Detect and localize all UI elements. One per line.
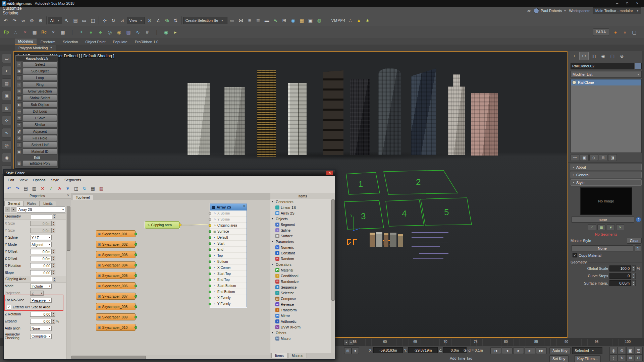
group-expander-icon[interactable]: ▾ (272, 200, 274, 203)
rappatools-button[interactable]: Material ID (23, 148, 57, 155)
tool-ring-icon[interactable]: ◎ (105, 28, 114, 37)
utilities-tab[interactable]: ⊚ (618, 52, 626, 60)
properties-scrollbar[interactable] (66, 206, 71, 359)
property-field[interactable]: 0.0m (30, 228, 52, 233)
items-list-row[interactable]: ▾ ≣ Sequence (270, 284, 331, 290)
group-expander-icon[interactable]: ▾ (272, 331, 274, 334)
rappatools-button[interactable]: Dot Loop (23, 108, 57, 114)
se-redo-icon[interactable]: ↷ (14, 185, 21, 192)
slot-port[interactable] (209, 266, 211, 269)
spinner-icon[interactable] (52, 249, 55, 254)
tool-icon[interactable]: ▣ (17, 69, 22, 74)
tool-icon[interactable]: ◍ (17, 136, 22, 141)
building[interactable] (257, 70, 276, 157)
layer-manager-icon[interactable]: ≣ (254, 16, 263, 25)
slot-port[interactable] (209, 218, 211, 221)
property-field[interactable]: 0.00 (30, 312, 52, 317)
building[interactable] (448, 74, 465, 155)
property-field[interactable]: Y / Z (30, 235, 52, 240)
mini-buildings[interactable] (370, 232, 403, 247)
rappatools-button[interactable]: Grow Selection (23, 88, 57, 94)
clear-style-icon[interactable]: ✕ (616, 224, 624, 230)
edit-style-icon[interactable]: ✓ (588, 224, 596, 230)
group-expander-icon[interactable]: ▾ (272, 240, 274, 243)
ribbon-tab[interactable]: Modeling (15, 39, 37, 45)
modifier-stack[interactable]: RailClone (571, 79, 642, 153)
property-field[interactable]: 0.00 (30, 319, 52, 324)
se-undo-icon[interactable]: ↶ (5, 185, 13, 192)
slot-port[interactable] (209, 291, 211, 293)
save-style-icon[interactable]: ▼ (607, 224, 615, 230)
array-node-slot[interactable]: ▪ Start Bottom (210, 283, 247, 289)
segment-output-port[interactable] (135, 326, 137, 329)
curve-editor-icon[interactable]: ∿ (271, 16, 280, 25)
items-list-row[interactable]: ▾ R Random (270, 256, 331, 261)
array-node-slot[interactable]: ▦ Surface (210, 229, 247, 235)
tool-icon[interactable]: ⊟ (17, 96, 22, 101)
timeline-prev-key-icon[interactable]: ◂ (343, 339, 349, 346)
spark-icon[interactable]: ∗ (363, 16, 372, 25)
region-zoom-icon[interactable]: ⊠ (626, 354, 634, 361)
rappatools-button[interactable]: Sub Obj Iso (23, 102, 57, 108)
select-and-move-icon[interactable]: ⊹ (100, 16, 109, 25)
spinner-icon[interactable] (632, 280, 636, 286)
property-field[interactable]: Z (30, 291, 44, 296)
rollout-about[interactable]: ▸ About (571, 164, 642, 170)
array-node-slot[interactable]: ∿ Clipping area (210, 223, 247, 229)
ribbon-tab[interactable]: Selection (59, 39, 81, 45)
items-list-row[interactable]: ▾ M Macro (270, 336, 331, 341)
tool-icon[interactable]: ↖ (17, 62, 22, 67)
toolbar-overflow-icon[interactable]: ≫ (527, 9, 531, 13)
building[interactable] (187, 83, 210, 155)
segment-output-port[interactable] (135, 305, 137, 308)
brown-dot-icon[interactable]: ● (621, 28, 629, 37)
rappatools-button[interactable]: Fill / Hole (23, 135, 57, 141)
open-editor-icon[interactable]: ▦ (597, 224, 605, 230)
slot-port[interactable] (209, 230, 211, 233)
tool-flag-icon[interactable]: ▸ (171, 28, 180, 37)
tool-icon[interactable]: ▞ (17, 129, 22, 134)
property-field[interactable]: Complete (30, 334, 52, 339)
building[interactable] (323, 70, 343, 155)
property-field[interactable]: 0.0m (30, 256, 52, 261)
close-icon[interactable]: ✕ (633, 1, 642, 6)
se-filter-icon[interactable]: ▼ (64, 185, 71, 192)
se-check-icon[interactable]: ✓ (47, 185, 55, 192)
dock-select-region-icon[interactable]: ▭ (2, 54, 11, 63)
slot-port[interactable] (209, 242, 211, 245)
refresh-icon[interactable]: ↻ (635, 245, 641, 251)
user-account[interactable]: Paul Roberts ▼ (534, 8, 567, 13)
selection-filter-select[interactable]: All ▼ (48, 17, 62, 24)
timeline-ruler[interactable]: 556065707580859095100 (353, 339, 631, 346)
tool-disc-icon[interactable]: ◉ (115, 28, 123, 37)
spinner-icon[interactable] (52, 319, 55, 324)
ribbon-toggle-icon[interactable]: ▬ (263, 16, 271, 25)
select-object-icon[interactable]: ↖ (62, 16, 71, 25)
style-editor-menu-item[interactable]: Options (30, 178, 48, 182)
select-and-rotate-icon[interactable]: ↻ (109, 16, 118, 25)
copy-material-checkbox[interactable]: ✓ Copy Material (573, 253, 640, 257)
array-node-slot[interactable]: ▪ Start (210, 241, 247, 247)
items-list-row[interactable]: ▾ ∿ Spline (270, 227, 331, 233)
slot-port[interactable] (209, 248, 211, 251)
style-editor-menu-item[interactable]: View (17, 178, 30, 182)
tool-icon[interactable]: ⋯ (17, 109, 22, 114)
properties-tab[interactable]: Rules (24, 201, 40, 206)
render-setup-icon[interactable]: ▦ (298, 16, 306, 25)
object-name-input[interactable]: RailClone002 (571, 63, 634, 69)
segment-node[interactable]: ▣ Skyscraper_003 (96, 251, 136, 258)
mirror-icon[interactable]: ⋈ (236, 16, 245, 25)
property-field[interactable]: Include (30, 284, 52, 289)
property-field[interactable]: 0.00 (30, 263, 52, 268)
menu-item[interactable]: Rendering (0, 1, 30, 6)
configure-icon[interactable]: ◨ (608, 154, 617, 161)
modifier-list-select[interactable]: Modifier List ▼ (571, 71, 642, 78)
items-list-row[interactable]: ▾ ± Arithmetic (270, 318, 331, 324)
dock-grid-icon[interactable]: ⊞ (2, 103, 11, 113)
segment-node[interactable]: ▣ Skyscraper_006 (96, 282, 136, 289)
select-and-scale-icon[interactable]: ⊿ (118, 16, 126, 25)
building[interactable] (288, 83, 307, 155)
building[interactable] (378, 68, 401, 155)
items-list-row[interactable]: ▾ ? Conditional (270, 273, 331, 279)
help-icon[interactable]: ? (636, 217, 641, 222)
